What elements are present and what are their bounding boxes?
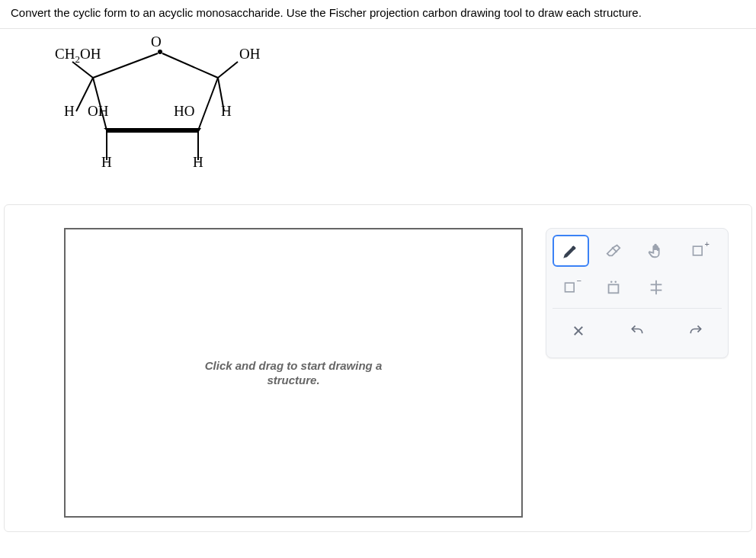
svg-marker-6 bbox=[104, 128, 201, 133]
close-icon bbox=[572, 324, 585, 338]
label-c4-H-out: H bbox=[64, 103, 75, 120]
label-c2-HO: HO bbox=[174, 103, 194, 120]
svg-point-18 bbox=[614, 281, 617, 283]
undo-icon bbox=[629, 323, 645, 338]
tool-panel: + − bbox=[546, 228, 729, 358]
label-ch2oh: CH2OH bbox=[55, 46, 101, 66]
hand-tool[interactable] bbox=[638, 235, 674, 267]
redo-button[interactable] bbox=[678, 315, 714, 347]
pencil-icon bbox=[562, 242, 579, 259]
svg-rect-14 bbox=[694, 246, 703, 255]
svg-line-1 bbox=[162, 53, 218, 78]
label-anomeric-OH: OH bbox=[239, 46, 260, 63]
svg-line-7 bbox=[218, 62, 238, 78]
canvas-placeholder: Click and drag to start drawing a struct… bbox=[205, 358, 383, 388]
hand-icon bbox=[648, 242, 665, 259]
redo-icon bbox=[688, 323, 703, 338]
given-structure: O OH HO H H H H OH CH2OH bbox=[0, 29, 756, 204]
undo-button[interactable] bbox=[619, 315, 655, 347]
label-c2-H-out: H bbox=[221, 103, 232, 120]
plus-superscript: + bbox=[705, 239, 710, 249]
label-c2-H-down: H bbox=[193, 154, 203, 171]
eraser-icon bbox=[604, 242, 623, 259]
svg-line-13 bbox=[612, 247, 617, 252]
box-dots-icon bbox=[605, 279, 622, 296]
svg-point-17 bbox=[610, 281, 613, 283]
svg-line-2 bbox=[93, 53, 158, 78]
svg-line-3 bbox=[198, 78, 218, 130]
question-text: Convert the cyclic form to an acyclic mo… bbox=[0, 0, 756, 29]
label-c4-OH: OH bbox=[88, 103, 108, 120]
clear-button[interactable] bbox=[560, 315, 597, 347]
answer-area: Click and drag to start drawing a struct… bbox=[4, 204, 752, 532]
svg-rect-15 bbox=[565, 283, 575, 292]
label-c3-H-down: H bbox=[101, 154, 112, 171]
add-box-tool[interactable]: + bbox=[681, 235, 717, 267]
fischer-icon bbox=[648, 279, 665, 296]
drawing-canvas[interactable]: Click and drag to start drawing a struct… bbox=[64, 228, 523, 518]
remove-box-tool[interactable]: − bbox=[553, 271, 589, 303]
minus-superscript: − bbox=[577, 276, 581, 285]
svg-rect-16 bbox=[609, 284, 619, 293]
label-O: O bbox=[151, 34, 162, 50]
fischer-tool[interactable] bbox=[638, 271, 674, 303]
pencil-tool[interactable] bbox=[553, 235, 589, 267]
eraser-tool[interactable] bbox=[595, 235, 632, 267]
lone-pair-tool[interactable] bbox=[595, 271, 632, 303]
